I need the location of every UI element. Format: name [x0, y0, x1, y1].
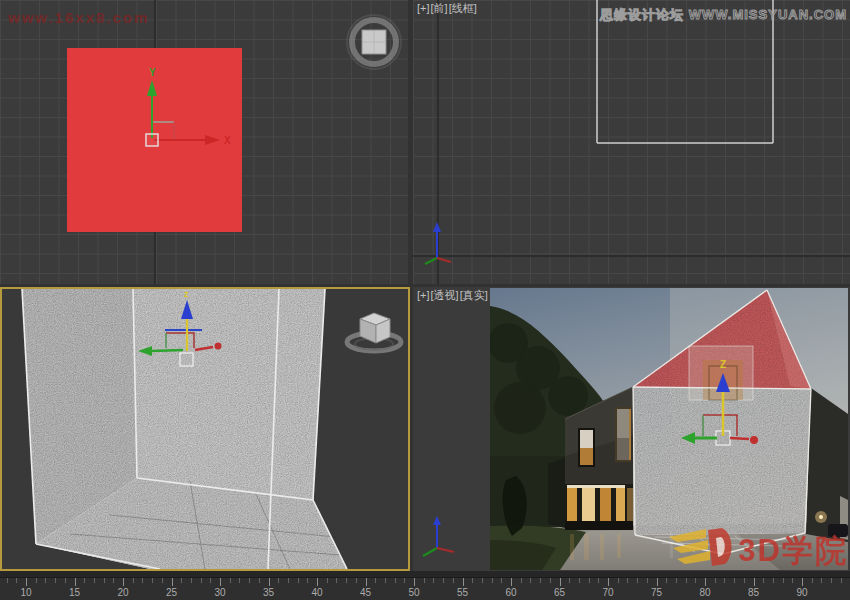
- timeline-tick[interactable]: [123, 578, 124, 586]
- timeline-tick[interactable]: [259, 578, 260, 583]
- timeline-tick[interactable]: [705, 578, 706, 586]
- timeline-tick[interactable]: [627, 578, 628, 583]
- timeline-tick[interactable]: [666, 578, 667, 583]
- timeline-tick[interactable]: [763, 578, 764, 583]
- viewport-menu-button[interactable]: [+]: [417, 2, 430, 14]
- x-axis-shaft[interactable]: [152, 350, 183, 351]
- timeline-tick[interactable]: [16, 578, 17, 583]
- timeline-tick[interactable]: [492, 578, 493, 583]
- timeline-tick[interactable]: [239, 578, 240, 583]
- timeline-tick[interactable]: [288, 578, 289, 583]
- timeline-tick[interactable]: [598, 578, 599, 583]
- timeline-tick[interactable]: [404, 578, 405, 583]
- timeline-tick[interactable]: [45, 578, 46, 583]
- timeline-tick[interactable]: [521, 578, 522, 583]
- timeline-tick[interactable]: [210, 578, 211, 583]
- timeline-tick[interactable]: [327, 578, 328, 583]
- timeline-tick[interactable]: [637, 578, 638, 583]
- timeline-tick[interactable]: [346, 578, 347, 583]
- timeline-tick[interactable]: [94, 578, 95, 583]
- box-back-wall[interactable]: [133, 289, 325, 500]
- timeline-tick[interactable]: [511, 578, 512, 586]
- timeline-tick[interactable]: [278, 578, 279, 583]
- timeline-tick[interactable]: [657, 578, 658, 586]
- timeline-tick[interactable]: [802, 578, 803, 586]
- viewport-splitter-vertical-bottom[interactable]: [410, 287, 413, 571]
- timeline-tick[interactable]: [560, 578, 561, 586]
- timeline-tick[interactable]: [142, 578, 143, 583]
- viewport-shading-button[interactable]: [真实]: [460, 289, 488, 301]
- timeline-tick[interactable]: [336, 578, 337, 583]
- viewcube-perspective[interactable]: [347, 313, 401, 351]
- timeline-tick[interactable]: [608, 578, 609, 586]
- timeline-tick[interactable]: [501, 578, 502, 583]
- timeline-ruler[interactable]: 1015202530354045505560657075808590: [0, 577, 850, 600]
- timeline-tick[interactable]: [162, 578, 163, 583]
- viewport-view-button[interactable]: [透视]: [431, 289, 459, 301]
- timeline-tick[interactable]: [724, 578, 725, 583]
- timeline-tick[interactable]: [676, 578, 677, 583]
- viewport-splitter-vertical-top[interactable]: [408, 0, 413, 284]
- timeline-tick[interactable]: [734, 578, 735, 583]
- timeline-tick[interactable]: [230, 578, 231, 583]
- viewport-top-view[interactable]: www.16xx8.com Y X: [0, 0, 408, 284]
- timeline-tick[interactable]: [201, 578, 202, 583]
- timeline-tick[interactable]: [181, 578, 182, 583]
- timeline-tick[interactable]: [152, 578, 153, 583]
- timeline-tick[interactable]: [7, 578, 8, 583]
- viewport-perspective-active[interactable]: z: [0, 287, 410, 571]
- viewport-splitter-horizontal[interactable]: [0, 284, 850, 287]
- timeline-tick[interactable]: [792, 578, 793, 583]
- timeline-tick[interactable]: [463, 578, 464, 586]
- timeline-tick[interactable]: [821, 578, 822, 583]
- viewport-view-button[interactable]: [前]: [431, 2, 448, 14]
- timeline-tick[interactable]: [715, 578, 716, 583]
- timeline-tick[interactable]: [414, 578, 415, 586]
- timeline-tick[interactable]: [269, 578, 270, 586]
- timeline-tick[interactable]: [385, 578, 386, 583]
- timeline-tick[interactable]: [65, 578, 66, 583]
- y-axis-end-dot[interactable]: [750, 436, 758, 444]
- timeline-tick[interactable]: [356, 578, 357, 583]
- y-axis-end-dot[interactable]: [215, 343, 222, 350]
- timeline-tick[interactable]: [104, 578, 105, 583]
- timeline-tick[interactable]: [249, 578, 250, 583]
- timeline-tick[interactable]: [55, 578, 56, 583]
- viewport-shading-button[interactable]: [线框]: [449, 2, 477, 14]
- timeline-tick[interactable]: [618, 578, 619, 583]
- timeline-tick[interactable]: [550, 578, 551, 583]
- timeline-tick[interactable]: [686, 578, 687, 583]
- timeline-tick[interactable]: [172, 578, 173, 586]
- x-axis-arrowhead[interactable]: [205, 135, 220, 145]
- viewport-front-view[interactable]: [+][前][线框] 思缘设计论坛 WWW.MISSYUAN.COM: [413, 0, 850, 284]
- viewport-camera-view[interactable]: [+][透视][真实]: [413, 287, 850, 571]
- timeline-tick[interactable]: [26, 578, 27, 586]
- timeline-tick[interactable]: [443, 578, 444, 583]
- timeline-tick[interactable]: [569, 578, 570, 583]
- timeline-tick[interactable]: [375, 578, 376, 583]
- timeline-tick[interactable]: [695, 578, 696, 583]
- timeline-tick[interactable]: [783, 578, 784, 583]
- timeline-tick[interactable]: [298, 578, 299, 583]
- y-axis-arrowhead[interactable]: [147, 80, 157, 96]
- timeline-tick[interactable]: [433, 578, 434, 583]
- timeline-tick[interactable]: [744, 578, 745, 583]
- timeline-tick[interactable]: [841, 578, 842, 583]
- move-gizmo-top-view[interactable]: Y X: [146, 67, 231, 146]
- timeline-tick[interactable]: [540, 578, 541, 583]
- pivot-square[interactable]: [146, 134, 158, 146]
- y-axis-shaft[interactable]: [730, 438, 749, 439]
- timeline-tick[interactable]: [453, 578, 454, 583]
- viewcube-top[interactable]: [347, 15, 401, 69]
- timeline-tick[interactable]: [754, 578, 755, 586]
- timeline-tick[interactable]: [307, 578, 308, 583]
- timeline-tick[interactable]: [317, 578, 318, 586]
- timeline-tick[interactable]: [647, 578, 648, 583]
- timeline-tick[interactable]: [424, 578, 425, 583]
- timeline-tick[interactable]: [366, 578, 367, 586]
- timeline-tick[interactable]: [84, 578, 85, 583]
- timeline-tick[interactable]: [812, 578, 813, 583]
- timeline-tick[interactable]: [482, 578, 483, 583]
- timeline-tick[interactable]: [773, 578, 774, 583]
- timeline-tick[interactable]: [75, 578, 76, 586]
